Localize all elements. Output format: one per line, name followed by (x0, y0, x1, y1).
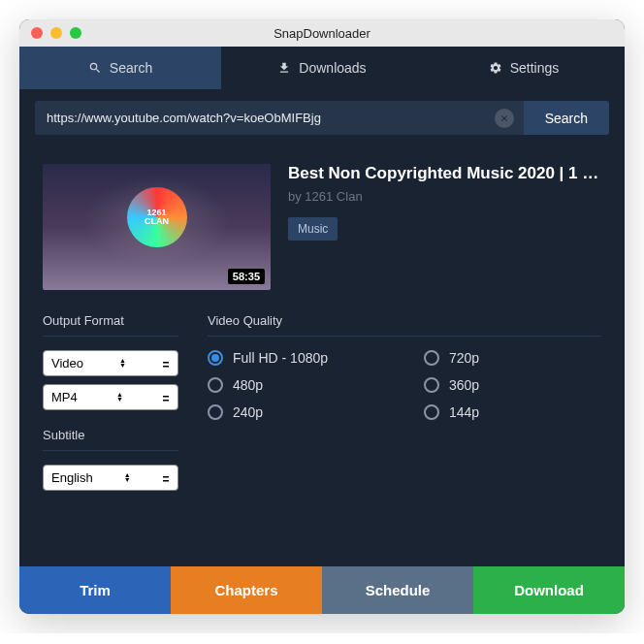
chapters-button[interactable]: Chapters (171, 566, 322, 614)
radio-icon (424, 350, 439, 366)
minimize-icon[interactable] (50, 27, 62, 39)
divider (43, 450, 178, 451)
quality-column: Video Quality Full HD - 1080p720p480p360… (208, 313, 601, 499)
format-label: Output Format (43, 313, 178, 328)
chevron-updown-icon: ▲▼ (124, 473, 131, 483)
quality-option[interactable]: 480p (208, 377, 385, 393)
quality-option-label: 144p (449, 404, 479, 420)
video-author: by 1261 Clan (288, 189, 601, 204)
tab-label: Search (110, 60, 152, 76)
quality-option-label: 240p (233, 404, 263, 420)
divider (208, 336, 601, 337)
titlebar: SnapDownloader (19, 19, 625, 47)
quality-option[interactable]: 240p (208, 404, 385, 420)
format-type-select[interactable]: Video ▲▼ (43, 350, 178, 376)
thumbnail-logo: 1261 CLAN (131, 191, 183, 243)
quality-option[interactable]: 144p (424, 404, 601, 420)
window-title: SnapDownloader (274, 26, 370, 41)
format-container-select[interactable]: MP4 ▲▼ (43, 384, 178, 410)
video-duration: 58:35 (228, 269, 265, 284)
quality-label: Video Quality (208, 313, 601, 328)
search-icon (88, 61, 102, 75)
divider (43, 336, 178, 337)
maximize-icon[interactable] (70, 27, 81, 39)
searchbar: Search (19, 89, 625, 146)
radio-icon (424, 377, 439, 393)
tab-settings[interactable]: Settings (423, 47, 625, 89)
gear-icon (489, 61, 502, 75)
quality-option[interactable]: 360p (424, 377, 601, 393)
radio-icon (208, 350, 223, 366)
tab-label: Downloads (299, 60, 366, 76)
quality-option[interactable]: Full HD - 1080p (208, 350, 385, 366)
close-icon[interactable] (31, 27, 43, 39)
radio-icon (208, 404, 223, 420)
tab-label: Settings (510, 60, 560, 76)
video-result: 1261 CLAN 58:35 Best Non Copyrighted Mus… (43, 164, 601, 290)
quality-option[interactable]: 720p (424, 350, 601, 366)
quality-option-label: 720p (449, 350, 479, 366)
main-tabs: Search Downloads Settings (19, 47, 625, 89)
tab-downloads[interactable]: Downloads (221, 47, 423, 89)
action-bar: Trim Chapters Schedule Download (19, 566, 625, 614)
quality-option-label: 480p (233, 377, 263, 393)
radio-icon (208, 377, 223, 393)
schedule-button[interactable]: Schedule (322, 566, 473, 614)
video-info: Best Non Copyrighted Music 2020 | 1 Hour… (288, 164, 601, 290)
trim-button[interactable]: Trim (19, 566, 171, 614)
radio-icon (424, 404, 439, 420)
traffic-lights (31, 27, 81, 39)
quality-option-label: Full HD - 1080p (233, 350, 328, 366)
search-button[interactable]: Search (524, 101, 609, 135)
close-icon (499, 113, 509, 123)
chevron-updown-icon: ▲▼ (116, 393, 123, 402)
quality-grid: Full HD - 1080p720p480p360p240p144p (208, 350, 601, 420)
video-title: Best Non Copyrighted Music 2020 | 1 Hour… (288, 164, 601, 183)
quality-option-label: 360p (449, 377, 479, 393)
options-row: Output Format Video ▲▼ MP4 ▲▼ Subtitle E… (43, 313, 601, 499)
format-column: Output Format Video ▲▼ MP4 ▲▼ Subtitle E… (43, 313, 178, 499)
clear-button[interactable] (495, 109, 514, 128)
video-tag[interactable]: Music (288, 217, 338, 241)
search-input-wrap (35, 101, 524, 135)
download-icon (277, 61, 291, 75)
tab-search[interactable]: Search (19, 47, 221, 89)
url-input[interactable] (35, 101, 495, 135)
subtitle-select[interactable]: English ▲▼ (43, 465, 178, 491)
chevron-updown-icon: ▲▼ (119, 359, 126, 369)
subtitle-label: Subtitle (43, 428, 178, 442)
app-window: SnapDownloader Search Downloads Settings… (19, 19, 625, 614)
content: 1261 CLAN 58:35 Best Non Copyrighted Mus… (19, 146, 625, 508)
video-thumbnail[interactable]: 1261 CLAN 58:35 (43, 164, 271, 290)
download-button[interactable]: Download (473, 566, 625, 614)
